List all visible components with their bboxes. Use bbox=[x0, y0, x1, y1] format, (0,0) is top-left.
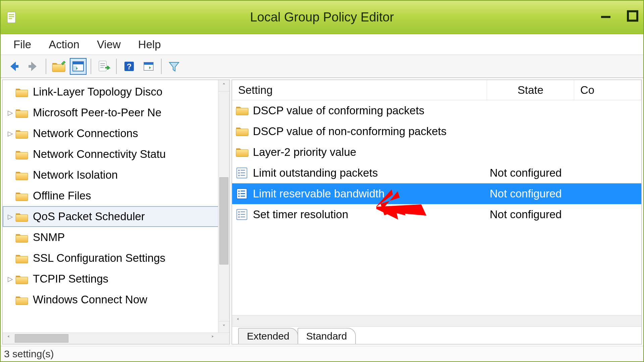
menu-help[interactable]: Help bbox=[129, 36, 170, 53]
list-horizontal-scrollbar[interactable]: ˂ bbox=[232, 315, 641, 326]
tab-standard[interactable]: Standard bbox=[298, 328, 356, 344]
column-header-state[interactable]: State bbox=[487, 80, 574, 100]
setting-icon bbox=[235, 208, 249, 221]
folder-icon bbox=[15, 211, 29, 222]
svg-rect-20 bbox=[628, 11, 637, 20]
folder-icon bbox=[15, 252, 29, 264]
title-bar[interactable]: Local Group Policy Editor bbox=[1, 1, 643, 34]
svg-rect-27 bbox=[100, 63, 105, 64]
tree-scroll-area[interactable]: ▷Link-Layer Topology Disco▷Microsoft Pee… bbox=[3, 80, 229, 333]
folder-icon bbox=[15, 107, 29, 118]
expander-icon[interactable]: ▷ bbox=[3, 109, 15, 117]
tree-horizontal-scrollbar[interactable]: ˂ ˃ bbox=[3, 333, 229, 344]
tree-item[interactable]: ▷Offline Files bbox=[3, 185, 229, 206]
svg-rect-21 bbox=[14, 65, 18, 68]
tree-item-label: QoS Packet Scheduler bbox=[33, 210, 145, 223]
scrollbar-thumb[interactable] bbox=[15, 334, 68, 343]
scroll-left-icon[interactable]: ˂ bbox=[232, 315, 244, 327]
tree-item[interactable]: ▷QoS Packet Scheduler bbox=[3, 206, 229, 227]
list-row[interactable]: Limit reservable bandwidthNot configured bbox=[232, 183, 641, 204]
list-row[interactable]: Limit outstanding packetsNot configured bbox=[232, 163, 641, 183]
setting-icon bbox=[235, 187, 249, 200]
tree-vertical-scrollbar[interactable]: ˄ ˅ bbox=[218, 80, 229, 333]
content-area: ▷Link-Layer Topology Disco▷Microsoft Pee… bbox=[1, 78, 643, 346]
scroll-up-icon[interactable]: ˄ bbox=[218, 80, 229, 92]
folder-icon bbox=[235, 104, 249, 117]
list-row[interactable]: Layer-2 priority value bbox=[232, 142, 641, 163]
svg-rect-29 bbox=[100, 67, 104, 68]
scroll-right-icon[interactable]: ˃ bbox=[207, 333, 218, 344]
menu-bar: File Action View Help bbox=[1, 34, 643, 55]
setting-name: DSCP value of non-conforming packets bbox=[253, 125, 446, 138]
expander-icon[interactable]: ▷ bbox=[3, 275, 15, 283]
scrollbar-thumb[interactable] bbox=[219, 177, 228, 264]
expander-icon[interactable]: ▷ bbox=[3, 213, 15, 221]
list-row[interactable]: DSCP value of conforming packets bbox=[232, 100, 641, 121]
svg-rect-24 bbox=[73, 62, 84, 64]
svg-rect-33 bbox=[144, 62, 153, 65]
maximize-button[interactable] bbox=[625, 8, 640, 23]
folder-icon bbox=[235, 125, 249, 138]
tree-item[interactable]: ▷SNMP bbox=[3, 227, 229, 248]
tab-extended[interactable]: Extended bbox=[238, 328, 298, 344]
folder-icon bbox=[15, 148, 29, 160]
export-list-button[interactable] bbox=[95, 58, 112, 75]
svg-rect-15 bbox=[7, 12, 15, 23]
tree-pane: ▷Link-Layer Topology Disco▷Microsoft Pee… bbox=[2, 79, 230, 345]
toolbar-separator bbox=[161, 59, 162, 74]
tree-item[interactable]: ▷Link-Layer Topology Disco bbox=[3, 81, 229, 102]
tree-item[interactable]: ▷Network Connections bbox=[3, 123, 229, 144]
up-one-level-button[interactable] bbox=[50, 58, 67, 75]
svg-rect-22 bbox=[29, 65, 33, 68]
tree-item[interactable]: ▷Network Isolation bbox=[3, 165, 229, 185]
toolbar-separator bbox=[91, 59, 91, 74]
properties-button[interactable] bbox=[140, 58, 157, 75]
column-header-setting[interactable]: Setting bbox=[232, 80, 487, 100]
tree-item-label: TCPIP Settings bbox=[33, 273, 108, 285]
svg-rect-16 bbox=[9, 14, 14, 15]
folder-icon bbox=[15, 190, 29, 201]
tree-item[interactable]: ▷Windows Connect Now bbox=[3, 289, 229, 310]
menu-view[interactable]: View bbox=[88, 36, 129, 53]
minimize-button[interactable] bbox=[598, 8, 613, 23]
svg-rect-28 bbox=[100, 65, 105, 66]
toolbar: ? bbox=[1, 55, 643, 78]
setting-name: DSCP value of conforming packets bbox=[253, 104, 424, 117]
show-hide-tree-button[interactable] bbox=[70, 58, 87, 75]
setting-state: Not configured bbox=[487, 208, 574, 221]
scroll-down-icon[interactable]: ˅ bbox=[218, 321, 229, 333]
tree-item[interactable]: ▷SSL Configuration Settings bbox=[3, 248, 229, 268]
settings-rows: DSCP value of conforming packetsDSCP val… bbox=[232, 100, 641, 315]
list-row[interactable]: Set timer resolutionNot configured bbox=[232, 204, 641, 225]
tree-item[interactable]: ▷Network Connectivity Statu bbox=[3, 144, 229, 165]
toolbar-separator bbox=[46, 59, 46, 74]
list-row[interactable]: DSCP value of non-conforming packets bbox=[232, 121, 641, 142]
column-header-comment[interactable]: Co bbox=[574, 80, 641, 100]
tree-item-label: Network Connectivity Statu bbox=[33, 148, 166, 161]
help-button[interactable]: ? bbox=[121, 58, 138, 75]
tree-item[interactable]: ▷TCPIP Settings bbox=[3, 268, 229, 289]
folder-icon bbox=[15, 273, 29, 285]
svg-text:?: ? bbox=[127, 62, 132, 71]
folder-icon bbox=[15, 86, 29, 98]
list-columns-header: Setting State Co bbox=[232, 80, 641, 100]
expander-icon[interactable]: ▷ bbox=[3, 129, 15, 137]
tree-item[interactable]: ▷Microsoft Peer-to-Peer Ne bbox=[3, 102, 229, 123]
setting-name: Limit outstanding packets bbox=[253, 167, 378, 179]
view-tabs: Extended Standard bbox=[232, 326, 641, 344]
setting-icon bbox=[235, 166, 249, 180]
status-text: 3 setting(s) bbox=[4, 348, 54, 360]
svg-rect-19 bbox=[601, 16, 610, 18]
menu-file[interactable]: File bbox=[5, 36, 40, 53]
nav-back-button[interactable] bbox=[5, 58, 22, 75]
folder-icon bbox=[15, 169, 29, 181]
toolbar-separator bbox=[116, 59, 117, 74]
menu-action[interactable]: Action bbox=[40, 36, 88, 53]
nav-forward-button[interactable] bbox=[25, 58, 42, 75]
folder-icon bbox=[235, 145, 249, 159]
setting-state: Not configured bbox=[487, 167, 574, 179]
window-title: Local Group Policy Editor bbox=[250, 10, 394, 24]
tree-item-label: SNMP bbox=[33, 231, 65, 244]
filter-button[interactable] bbox=[166, 58, 182, 75]
scroll-left-icon[interactable]: ˂ bbox=[3, 333, 14, 344]
